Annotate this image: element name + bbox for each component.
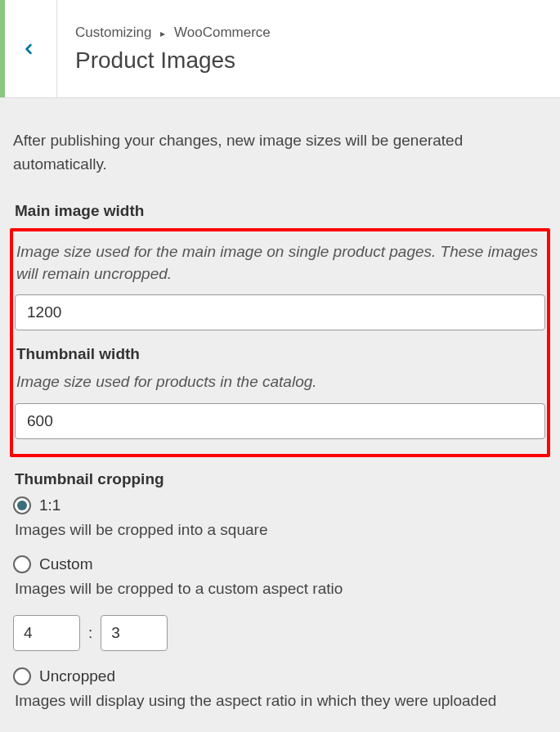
cropping-option-1-1-description: Images will be cropped into a square (13, 519, 547, 541)
main-image-width-label: Main image width (13, 202, 547, 220)
cropping-option-uncropped[interactable]: Uncropped (13, 667, 547, 685)
chevron-left-icon (20, 41, 37, 57)
cropping-option-1-1[interactable]: 1:1 (13, 496, 547, 514)
radio-icon (13, 496, 31, 514)
main-image-width-input[interactable] (15, 294, 545, 330)
ratio-width-input[interactable] (13, 615, 80, 651)
customizer-header: Customizing ▸ WooCommerce Product Images (0, 0, 560, 98)
header-text: Customizing ▸ WooCommerce Product Images (57, 0, 560, 97)
thumbnail-width-field: Thumbnail width Image size used for prod… (15, 345, 545, 439)
cropping-radio-group: 1:1 Images will be cropped into a square… (13, 496, 547, 712)
main-image-width-field: Image size used for the main image on si… (15, 241, 545, 330)
content: After publishing your changes, new image… (0, 98, 560, 732)
radio-icon (13, 555, 31, 573)
ratio-separator: : (88, 624, 92, 642)
thumbnail-width-input[interactable] (15, 403, 545, 439)
breadcrumb-separator-icon: ▸ (160, 28, 165, 39)
intro-text: After publishing your changes, new image… (13, 129, 547, 176)
cropping-option-uncropped-description: Images will display using the aspect rat… (13, 690, 547, 712)
radio-label: Uncropped (39, 667, 115, 685)
radio-label: Custom (39, 555, 92, 573)
thumbnail-width-label: Thumbnail width (15, 345, 545, 363)
thumbnail-cropping-label: Thumbnail cropping (13, 470, 547, 488)
thumbnail-width-description: Image size used for products in the cata… (15, 371, 545, 393)
main-image-width-description: Image size used for the main image on si… (15, 241, 545, 285)
radio-label: 1:1 (39, 496, 60, 514)
highlight-box: Image size used for the main image on si… (10, 228, 550, 457)
ratio-height-input[interactable] (101, 615, 168, 651)
cropping-option-custom-description: Images will be cropped to a custom aspec… (13, 578, 547, 600)
custom-ratio-row: : (13, 615, 547, 651)
breadcrumb: Customizing ▸ WooCommerce (75, 25, 542, 41)
radio-icon (13, 667, 31, 685)
page-title: Product Images (75, 47, 542, 74)
breadcrumb-prefix: Customizing (75, 25, 152, 40)
cropping-option-custom[interactable]: Custom (13, 555, 547, 573)
breadcrumb-section: WooCommerce (174, 25, 271, 40)
back-button[interactable] (0, 0, 57, 97)
